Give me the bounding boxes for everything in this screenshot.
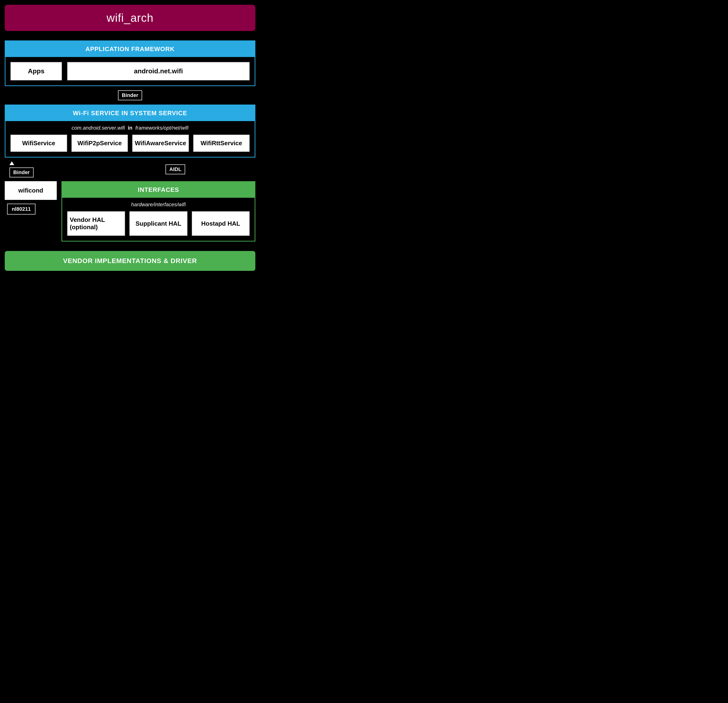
interfaces-boxes: Vendor HAL (optional) Supplicant HAL Hos… — [67, 211, 250, 236]
wifi-service-boxes: WifiService WifiP2pService WifiAwareServ… — [10, 135, 250, 152]
android-net-wifi-box: android.net.wifi — [67, 62, 250, 81]
interfaces-subtitle: hardware/interfaces/wifi — [67, 201, 250, 208]
wificond-box: wificond — [5, 181, 57, 200]
vendor-hal-box: Vendor HAL (optional) — [67, 211, 125, 236]
interfaces-row: wificond nl80211 INTERFACES hardware/int… — [5, 181, 255, 242]
aidl-label: AIDL — [166, 164, 185, 174]
interfaces-content: hardware/interfaces/wifi Vendor HAL (opt… — [62, 198, 255, 241]
wifi-service-label-3: WifiRttService — [201, 140, 242, 147]
wifi-service-subtitle: com.android.server.wifi in frameworks/op… — [10, 125, 250, 131]
aidl-label-container: AIDL — [166, 164, 185, 174]
app-framework-title: APPLICATION FRAMEWORK — [85, 45, 175, 52]
wifi-service-section: Wi-Fi SERVICE IN SYSTEM SERVICE com.andr… — [5, 104, 255, 158]
wificond-nl-column: wificond nl80211 — [5, 181, 62, 242]
wifi-service-subtitle-bold: in — [128, 125, 132, 131]
app-framework-header: APPLICATION FRAMEWORK — [6, 41, 255, 57]
binder-left-group: Binder — [9, 161, 33, 177]
interfaces-title: INTERFACES — [138, 186, 179, 193]
nl80211-box: nl80211 — [7, 204, 35, 214]
wifi-service-item-3: WifiRttService — [193, 135, 250, 152]
wifi-service-item-2: WifiAwareService — [132, 135, 189, 152]
binder-top-container: Binder — [5, 86, 255, 104]
android-net-wifi-label: android.net.wifi — [134, 67, 183, 75]
wifi-service-subtitle-italic1: com.android.server.wifi — [72, 125, 125, 131]
wifi-service-header: Wi-Fi SERVICE IN SYSTEM SERVICE — [6, 105, 255, 121]
arrow-up-icon — [9, 161, 14, 165]
app-framework-section: APPLICATION FRAMEWORK Apps android.net.w… — [5, 41, 255, 86]
wifi-service-item-1: WifiP2pService — [71, 135, 129, 152]
wifi-service-label-1: WifiP2pService — [77, 140, 122, 147]
wifi-service-subtitle-italic2: frameworks/opt/net/wifi — [135, 125, 188, 131]
wifi-service-item-0: WifiService — [10, 135, 67, 152]
vendor-bar-label: VENDOR IMPLEMENTATIONS & DRIVER — [63, 257, 197, 265]
vendor-hal-label: Vendor HAL (optional) — [70, 216, 123, 231]
supplicant-hal-label: Supplicant HAL — [136, 220, 181, 227]
wifi-service-label-2: WifiAwareService — [135, 140, 186, 147]
interfaces-header: INTERFACES — [62, 182, 255, 198]
page-title: wifi_arch — [14, 12, 246, 25]
binder-aidl-row: Binder AIDL — [5, 158, 255, 181]
hostapd-hal-label: Hostapd HAL — [201, 220, 240, 227]
wifi-service-title: Wi-Fi SERVICE IN SYSTEM SERVICE — [73, 110, 187, 117]
wificond-label: wificond — [18, 187, 43, 194]
supplicant-hal-box: Supplicant HAL — [129, 211, 188, 236]
hostapd-hal-box: Hostapd HAL — [192, 211, 250, 236]
wifi-service-content: com.android.server.wifi in frameworks/op… — [6, 121, 255, 157]
binder-left-label: Binder — [9, 168, 33, 177]
interfaces-section: INTERFACES hardware/interfaces/wifi Vend… — [62, 181, 255, 242]
nl80211-container: nl80211 — [5, 204, 62, 214]
app-framework-content: Apps android.net.wifi — [6, 57, 255, 85]
vendor-bar: VENDOR IMPLEMENTATIONS & DRIVER — [5, 251, 255, 271]
apps-box: Apps — [10, 62, 62, 81]
apps-label: Apps — [28, 67, 45, 75]
interfaces-subtitle-text: hardware/interfaces/wifi — [131, 201, 186, 207]
binder-top-label: Binder — [118, 90, 142, 100]
title-bar: wifi_arch — [5, 5, 255, 31]
wifi-service-label-0: WifiService — [22, 140, 55, 147]
